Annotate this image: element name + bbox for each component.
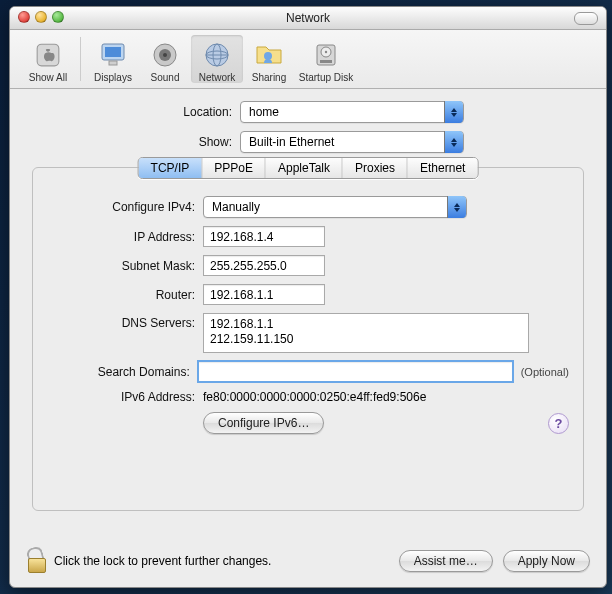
ip-address-field[interactable]	[203, 226, 325, 247]
toolbar-item-network[interactable]: Network	[191, 35, 243, 83]
network-preferences-window: Network Show All Displays Sound	[9, 6, 607, 588]
toolbar-item-sound[interactable]: Sound	[139, 35, 191, 83]
chevron-updown-icon	[447, 196, 466, 218]
toolbar-item-sharing[interactable]: Sharing	[243, 35, 295, 83]
configure-ipv4-label: Configure IPv4:	[47, 200, 203, 214]
ip-address-label: IP Address:	[47, 230, 203, 244]
settings-group: TCP/IP PPPoE AppleTalk Proxies Ethernet …	[32, 167, 584, 511]
chevron-updown-icon	[444, 101, 463, 123]
chevron-updown-icon	[444, 131, 463, 153]
router-field[interactable]	[203, 284, 325, 305]
window-title: Network	[286, 11, 330, 25]
toolbar: Show All Displays Sound Network Sharing	[10, 30, 606, 89]
dns-servers-field[interactable]: 192.168.1.1 212.159.11.150	[203, 313, 529, 353]
help-button[interactable]: ?	[548, 413, 569, 434]
dns-servers-label: DNS Servers:	[47, 313, 203, 330]
tab-bar: TCP/IP PPPoE AppleTalk Proxies Ethernet	[138, 157, 479, 179]
toolbar-item-displays[interactable]: Displays	[87, 35, 139, 83]
router-label: Router:	[47, 288, 203, 302]
speaker-icon	[149, 39, 181, 71]
search-domains-field[interactable]	[198, 361, 513, 382]
tab-pppoe[interactable]: PPPoE	[202, 158, 266, 178]
search-domains-label: Search Domains:	[47, 365, 198, 379]
svg-rect-14	[320, 60, 332, 63]
traffic-lights	[18, 11, 64, 23]
subnet-mask-label: Subnet Mask:	[47, 259, 203, 273]
subnet-mask-field[interactable]	[203, 255, 325, 276]
toolbar-item-show-all[interactable]: Show All	[22, 35, 74, 83]
tab-appletalk[interactable]: AppleTalk	[266, 158, 343, 178]
tab-ethernet[interactable]: Ethernet	[408, 158, 477, 178]
configure-ipv4-select[interactable]: Manually	[203, 196, 467, 218]
harddisk-icon	[310, 39, 342, 71]
svg-point-6	[163, 53, 167, 57]
footer: Click the lock to prevent further change…	[10, 541, 606, 587]
show-select[interactable]: Built-in Ethernet	[240, 131, 464, 153]
tab-proxies[interactable]: Proxies	[343, 158, 408, 178]
apple-logo-icon	[32, 39, 64, 71]
tab-tcpip[interactable]: TCP/IP	[139, 158, 203, 178]
svg-rect-2	[105, 47, 121, 57]
toolbar-item-startup-disk[interactable]: Startup Disk	[295, 35, 357, 83]
svg-point-13	[325, 51, 327, 53]
configure-ipv6-button[interactable]: Configure IPv6…	[203, 412, 324, 434]
lock-text: Click the lock to prevent further change…	[54, 554, 271, 568]
display-icon	[97, 39, 129, 71]
apply-now-button[interactable]: Apply Now	[503, 550, 590, 572]
ipv6-address-value: fe80:0000:0000:0000:0250:e4ff:fed9:506e	[203, 390, 426, 404]
globe-icon	[201, 39, 233, 71]
minimize-icon[interactable]	[35, 11, 47, 23]
location-label: Location:	[32, 105, 240, 119]
optional-label: (Optional)	[521, 366, 569, 378]
zoom-icon[interactable]	[52, 11, 64, 23]
toolbar-toggle-pill[interactable]	[574, 12, 598, 25]
show-label: Show:	[32, 135, 240, 149]
unlock-icon[interactable]	[26, 549, 46, 573]
location-select[interactable]: home	[240, 101, 464, 123]
assist-me-button[interactable]: Assist me…	[399, 550, 493, 572]
svg-rect-3	[109, 61, 117, 65]
folder-icon	[253, 39, 285, 71]
titlebar[interactable]: Network	[10, 7, 606, 30]
ipv6-address-label: IPv6 Address:	[47, 390, 203, 404]
close-icon[interactable]	[18, 11, 30, 23]
